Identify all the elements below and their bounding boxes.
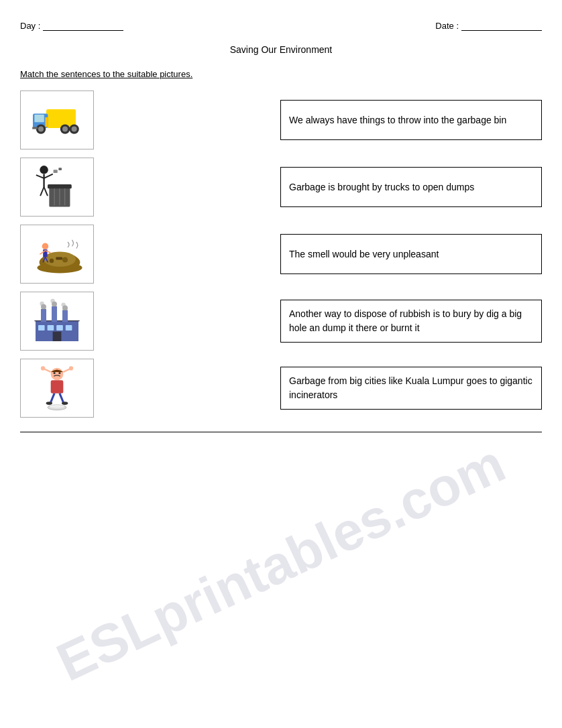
svg-line-61 [60, 393, 63, 402]
picture-box-2 [20, 158, 94, 217]
matching-area: We always have things to throw into the … [20, 90, 542, 418]
person-trash-icon [30, 164, 84, 210]
svg-rect-22 [54, 170, 58, 173]
svg-point-51 [61, 302, 65, 306]
svg-rect-9 [45, 117, 48, 127]
svg-point-49 [50, 299, 54, 303]
match-row-1: We always have things to throw into the … [20, 90, 542, 150]
svg-rect-45 [62, 310, 68, 322]
day-label: Day : [20, 21, 40, 31]
svg-line-19 [44, 174, 53, 178]
date-label: Date : [435, 21, 459, 31]
svg-point-30 [42, 243, 49, 250]
day-field: Day : [20, 20, 123, 31]
svg-rect-23 [58, 168, 62, 170]
svg-point-8 [72, 127, 77, 132]
instruction: Match the sentences to the suitable pict… [20, 68, 542, 90]
page: Day : Date : Saving Our Environment Matc… [0, 0, 562, 728]
svg-rect-38 [38, 325, 45, 330]
svg-rect-40 [56, 325, 63, 330]
svg-line-60 [51, 393, 54, 402]
svg-point-27 [50, 259, 54, 263]
svg-rect-39 [48, 325, 54, 330]
day-blank[interactable] [43, 20, 123, 31]
date-field: Date : [435, 20, 542, 31]
svg-point-56 [41, 366, 45, 370]
sick-person-icon [30, 365, 84, 412]
svg-point-53 [54, 372, 56, 374]
svg-point-63 [62, 402, 68, 405]
picture-box-1 [20, 90, 94, 149]
svg-line-57 [63, 369, 70, 372]
sentence-box-2: Garbage is brought by trucks to open dum… [280, 167, 542, 207]
svg-rect-42 [53, 332, 62, 341]
svg-point-28 [62, 257, 68, 262]
factory-icon [30, 298, 84, 345]
match-row-2: Garbage is brought by trucks to open dum… [20, 157, 542, 217]
sentence-box-1: We always have things to throw into the … [280, 100, 542, 140]
watermark: ESLprintables.com [48, 432, 514, 694]
svg-rect-12 [48, 184, 72, 188]
svg-point-58 [69, 366, 73, 370]
svg-line-18 [36, 175, 44, 178]
svg-rect-29 [56, 257, 62, 259]
match-row-4: Another way to dispose of rubbish is to … [20, 291, 542, 351]
date-blank[interactable] [461, 20, 542, 31]
sentence-box-5: Garbage from big cities like Kuala Lumpu… [280, 367, 542, 410]
svg-line-21 [44, 187, 48, 196]
svg-point-6 [62, 127, 68, 132]
page-title: Saving Our Environment [20, 44, 542, 55]
divider-line [20, 432, 542, 432]
svg-rect-43 [41, 309, 46, 322]
match-row-3: The smell would be very unpleasant [20, 224, 542, 284]
svg-rect-44 [52, 306, 57, 322]
svg-line-20 [40, 187, 44, 196]
picture-box-3 [20, 225, 94, 284]
svg-point-62 [46, 402, 52, 405]
picture-box-4 [20, 292, 94, 351]
svg-rect-10 [32, 127, 38, 129]
svg-rect-41 [66, 325, 72, 330]
svg-point-47 [40, 302, 44, 306]
match-row-5: Garbage from big cities like Kuala Lumpu… [20, 358, 542, 418]
garbage-truck-icon [30, 97, 84, 143]
svg-line-55 [44, 369, 51, 372]
svg-point-16 [40, 166, 48, 174]
svg-rect-2 [34, 115, 44, 122]
svg-point-65 [50, 405, 64, 408]
sentence-box-4: Another way to dispose of rubbish is to … [280, 300, 542, 343]
sentence-box-3: The smell would be very unpleasant [280, 234, 542, 274]
picture-box-5 [20, 359, 94, 418]
header-row: Day : Date : [20, 20, 542, 31]
svg-rect-59 [51, 380, 64, 393]
svg-point-4 [38, 127, 44, 132]
svg-point-54 [58, 372, 60, 374]
dump-pile-icon [30, 231, 84, 278]
